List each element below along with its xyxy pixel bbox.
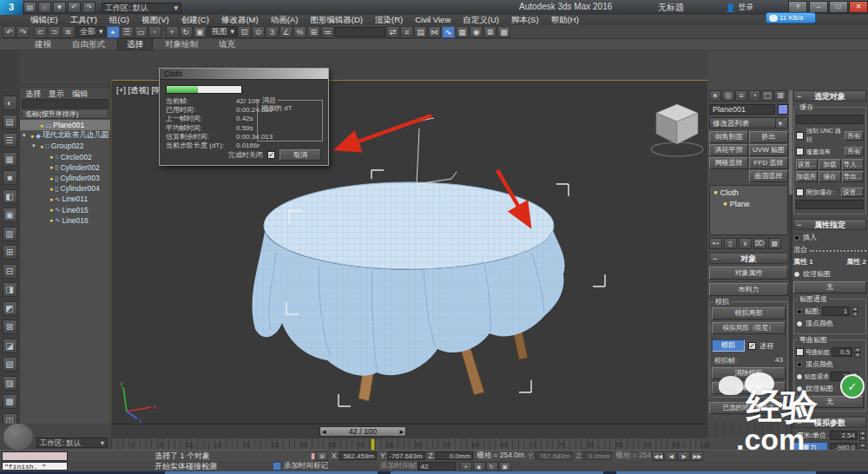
visibility-bulb-icon[interactable]: ● (40, 122, 43, 128)
explorer-row[interactable]: ● ∿ Line011 (20, 194, 110, 204)
cache-button[interactable]: 加载 (819, 159, 840, 170)
viewport-nav-icon[interactable]: ↻ (486, 462, 498, 471)
visibility-bulb-icon[interactable]: ● (49, 164, 53, 170)
all-button-1[interactable]: 所有 (845, 131, 864, 141)
toolbar-icon[interactable]: ⊠ (483, 26, 496, 38)
panel-tab-icon[interactable]: ◎ (722, 90, 734, 102)
maxscript-mini-listener-pink[interactable] (2, 451, 68, 461)
toolbar-icon[interactable]: ⊡ (238, 26, 251, 38)
ribbon-tab[interactable]: 建模 (26, 39, 60, 49)
dialog-title-bar[interactable]: Cloth (160, 69, 328, 80)
visibility-bulb-icon[interactable]: ● (49, 217, 53, 223)
cache-button[interactable]: 导入... (842, 159, 864, 170)
texture-none-button-2[interactable]: 无 (796, 396, 864, 408)
visibility-bulb-icon[interactable]: ● (49, 207, 53, 213)
visibility-bulb-icon[interactable]: ● (49, 154, 53, 160)
left-tool-icon[interactable]: ■ (3, 170, 17, 185)
cache-button[interactable]: 加载所有 (796, 171, 818, 182)
time-slider-handle[interactable]: ◂ 42 / 100 ▸ (319, 426, 406, 437)
toolbar-icon[interactable]: ▫ (148, 26, 161, 38)
progress-checkbox[interactable]: ✓ (748, 342, 756, 350)
stack-tool-icon[interactable]: ⌦ (753, 238, 766, 249)
toolbar-icon[interactable]: ↶ (3, 26, 16, 38)
modifier-button[interactable]: 网格选择 (709, 157, 748, 169)
close-button[interactable]: ✕ (849, 1, 868, 13)
left-tool-icon[interactable]: ▨ (3, 376, 17, 391)
menu-item[interactable]: 自定义(U) (457, 15, 505, 25)
toolbar-icon[interactable]: ◉ (470, 26, 483, 38)
panel-scrollbar[interactable] (789, 90, 792, 446)
maxscript-mini-listener[interactable]: "finish. " (2, 462, 68, 471)
max-logo-icon[interactable]: 3 (0, 0, 23, 15)
redo-icon[interactable]: ↷ (82, 2, 95, 13)
left-tool-icon[interactable]: ⊟ (3, 264, 17, 279)
ribbon-tab[interactable]: 填充 (210, 39, 244, 49)
toolbar-icon[interactable]: ▩ (497, 26, 510, 38)
simulate-button[interactable]: 模拟 (712, 339, 745, 352)
explorer-row[interactable]: ● ▯ Cylinder002 (20, 162, 110, 173)
toolbar-icon[interactable]: 3 (266, 26, 279, 38)
toolbar-icon[interactable]: ≋ (62, 26, 75, 38)
stack-tool-icon[interactable]: ▦ (768, 238, 781, 249)
workspace-dropdown[interactable]: 工作区: 默认 ▾ (102, 3, 181, 13)
explorer-row[interactable]: ● ▯ Cylinder003 (20, 173, 110, 183)
explorer-row[interactable]: ● ∿ Line016 (20, 215, 110, 226)
left-tool-icon[interactable]: ◪ (3, 339, 17, 353)
track-bar-ruler[interactable]: 0510152025303540455055606570758085909510… (111, 438, 705, 450)
menu-item[interactable]: 组(G) (103, 15, 135, 25)
explorer-row[interactable]: ● ▭ Plane001 (20, 120, 110, 130)
menu-item[interactable]: 渲染(R) (369, 15, 409, 25)
map-channel-radio[interactable] (796, 373, 803, 380)
current-frame-field[interactable]: 42 (418, 462, 456, 471)
bulb-icon[interactable]: ● (713, 188, 718, 196)
erase-simulation-button[interactable]: 消除模拟 (712, 367, 786, 379)
map-radio[interactable] (796, 308, 803, 315)
map-channel-spinner[interactable]: 1 (822, 306, 850, 316)
viewcube[interactable] (651, 104, 703, 156)
visibility-bulb-icon[interactable]: ● (30, 133, 34, 139)
menu-item[interactable]: 工具(T) (64, 15, 103, 25)
undo-icon[interactable]: ↶ (68, 2, 81, 13)
property-assignment-rollout-header[interactable]: −属性指定 (793, 219, 866, 230)
sign-in-button[interactable]: 👤 登录 (726, 2, 753, 13)
absolute-mode-icon[interactable]: ⊞ (316, 451, 328, 461)
modifier-stack-row[interactable]: ● Cloth (711, 187, 786, 198)
left-tool-icon[interactable]: ◐ (3, 95, 17, 110)
menu-item[interactable]: 帮助(H) (545, 15, 585, 25)
toolbar-icon[interactable]: ⇄ (386, 26, 399, 38)
left-tool-icon[interactable]: ☰ (3, 133, 17, 148)
toolbar-icon[interactable]: ∿ (442, 26, 455, 38)
z-coordinate-field[interactable]: 0.0mm (435, 451, 473, 460)
blend-slider[interactable] (810, 248, 866, 252)
save-file-icon[interactable]: ▼ (53, 2, 66, 13)
menu-item[interactable]: 创建(C) (175, 15, 215, 25)
explorer-row[interactable]: ● ∿ Line015 (20, 205, 110, 215)
left-tool-icon[interactable]: ⊠ (3, 319, 17, 334)
named-selection-input[interactable] (335, 27, 385, 37)
toolbar-icon[interactable]: ⊃ (48, 26, 61, 38)
menu-item[interactable]: 动画(A) (265, 15, 305, 25)
object-color-swatch[interactable] (778, 104, 788, 115)
sim-param-spinner[interactable]: 2.54 (830, 431, 858, 440)
panel-tab-icon[interactable]: ▢ (761, 90, 773, 102)
bulb-icon[interactable]: ● (723, 200, 727, 207)
simulate-local-button[interactable]: 模拟局部 (712, 307, 786, 319)
toolbar-icon[interactable]: ≡ (400, 26, 413, 38)
panel-tab-icon[interactable]: ⊠ (774, 90, 786, 102)
visibility-bulb-icon[interactable]: ● (49, 175, 53, 181)
toolbar-dropdown[interactable]: 全部▾ (76, 26, 106, 37)
menu-item[interactable]: 修改器(M) (215, 15, 265, 25)
bend-map-spinner[interactable]: 0.5 (832, 347, 852, 357)
spinner-arrows[interactable]: ▴▾ (854, 347, 861, 357)
toolbar-icon[interactable]: ↷ (16, 26, 30, 38)
cache-button[interactable]: 导出... (842, 171, 864, 182)
sim-param-label[interactable]: 厘米/单位 (793, 431, 828, 440)
overwrite-checkbox[interactable] (796, 148, 804, 155)
expand-arrow-icon[interactable]: ▾ (23, 132, 29, 139)
playback-icon[interactable]: ◀ (665, 451, 677, 461)
insert-radio[interactable] (793, 234, 800, 241)
left-tool-icon[interactable]: ▥ (3, 227, 17, 241)
cloth-forces-button[interactable]: 布料力 (709, 283, 788, 296)
explorer-row[interactable]: ● ▯ Cylinder004 (20, 183, 110, 194)
y-coordinate-field[interactable]: -767.683m (387, 451, 425, 460)
